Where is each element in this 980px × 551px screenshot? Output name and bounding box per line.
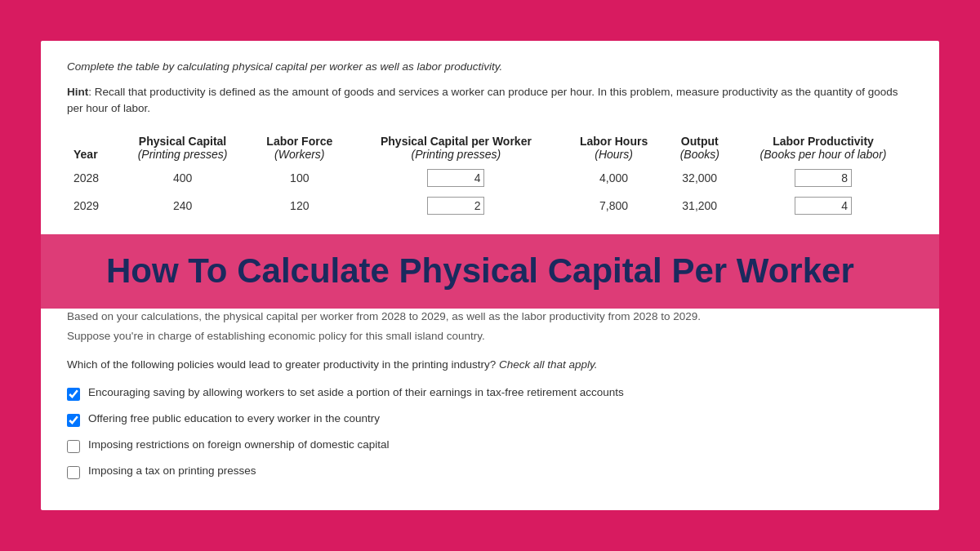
policy-checkbox[interactable] <box>67 440 80 453</box>
instructions-text: Complete the table by calculating physic… <box>67 60 913 73</box>
policy-checkbox[interactable] <box>67 388 80 401</box>
table-cell[interactable] <box>733 164 913 192</box>
table-cell: 2029 <box>67 192 117 220</box>
col-labor-force: Labor Force (Workers) <box>248 131 350 164</box>
policy-label: Encouraging saving by allowing workers t… <box>88 386 624 398</box>
labor-productivity-input[interactable] <box>795 169 852 187</box>
policy-item[interactable]: Encouraging saving by allowing workers t… <box>67 386 913 401</box>
table-cell: 31,200 <box>666 192 733 220</box>
hint-label: Hint <box>67 86 88 98</box>
policy-checkbox[interactable] <box>67 414 80 427</box>
table-cell: 120 <box>248 192 350 220</box>
policy-label: Imposing a tax on printing presses <box>88 464 256 477</box>
col-physical-capital: Physical Capital (Printing presses) <box>117 131 249 164</box>
col-capital-per-worker: Physical Capital per Worker (Printing pr… <box>350 131 562 164</box>
table-cell: 240 <box>117 192 249 220</box>
hint-block: Hint: Recall that productivity is define… <box>67 84 913 118</box>
table-cell: 2028 <box>67 164 117 192</box>
overlay-banner: How To Calculate Physical Capital Per Wo… <box>41 234 939 308</box>
table-cell[interactable] <box>733 192 913 220</box>
hint-text: : Recall that productivity is defined as… <box>67 86 898 114</box>
table-cell: 100 <box>248 164 350 192</box>
policy-item[interactable]: Offering free public education to every … <box>67 412 913 427</box>
policy-item[interactable]: Imposing a tax on printing presses <box>67 464 913 479</box>
capital-per-worker-input[interactable] <box>427 197 484 215</box>
labor-productivity-input[interactable] <box>795 197 852 215</box>
table-row: 20292401207,80031,200 <box>67 192 913 220</box>
table-cell[interactable] <box>350 164 562 192</box>
table-cell: 7,800 <box>562 192 666 220</box>
table-cell: 400 <box>117 164 249 192</box>
policy-question-text: Which of the following policies would le… <box>67 358 496 371</box>
data-table: Year Physical Capital (Printing presses)… <box>67 131 913 220</box>
col-labor-productivity: Labor Productivity (Books per hour of la… <box>733 131 913 164</box>
policy-label: Imposing restrictions on foreign ownersh… <box>88 438 389 451</box>
policy-checkbox[interactable] <box>67 466 80 479</box>
col-year: Year <box>67 131 117 164</box>
analysis-text: Based on your calculations, the physical… <box>67 309 913 325</box>
table-cell: 32,000 <box>666 164 733 192</box>
table-cell: 4,000 <box>562 164 666 192</box>
overlay-title: How To Calculate Physical Capital Per Wo… <box>106 251 874 291</box>
scenario-text: Suppose you're in charge of establishing… <box>67 330 913 342</box>
table-row: 20284001004,00032,000 <box>67 164 913 192</box>
policy-question-em: Check all that apply. <box>499 358 598 371</box>
main-card: Complete the table by calculating physic… <box>41 41 939 510</box>
policy-label: Offering free public education to every … <box>88 412 380 424</box>
col-labor-hours: Labor Hours (Hours) <box>562 131 666 164</box>
col-output: Output (Books) <box>666 131 733 164</box>
policy-item[interactable]: Imposing restrictions on foreign ownersh… <box>67 438 913 453</box>
capital-per-worker-input[interactable] <box>427 169 484 187</box>
table-cell[interactable] <box>350 192 562 220</box>
page-wrapper: Complete the table by calculating physic… <box>41 41 939 510</box>
policy-list: Encouraging saving by allowing workers t… <box>67 386 913 479</box>
policy-question: Which of the following policies would le… <box>67 357 913 373</box>
